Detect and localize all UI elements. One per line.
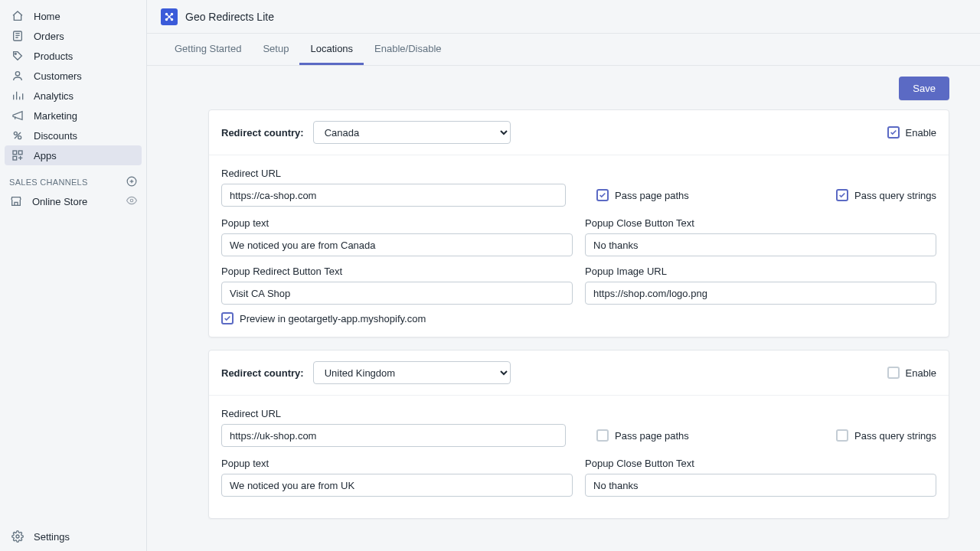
pass-page-paths-checkbox[interactable] bbox=[596, 429, 609, 442]
svg-point-16 bbox=[130, 199, 133, 202]
pass-query-strings-checkbox[interactable] bbox=[836, 189, 848, 201]
svg-rect-12 bbox=[13, 156, 17, 160]
pass-page-paths-checkbox[interactable] bbox=[596, 189, 609, 201]
sidebar-item-products[interactable]: Products bbox=[5, 46, 142, 66]
popup-close-text-label: Popup Close Button Text bbox=[585, 217, 936, 229]
svg-rect-10 bbox=[13, 151, 17, 155]
customers-icon bbox=[11, 69, 24, 83]
enable-label: Enable bbox=[906, 127, 936, 139]
redirect-country-label: Redirect country: bbox=[221, 127, 304, 139]
preview-label: Preview in geotargetly-app.myshopify.com bbox=[240, 313, 426, 324]
app-title: Geo Redirects Lite bbox=[185, 11, 274, 23]
sidebar-item-label: Marketing bbox=[34, 110, 136, 122]
redirect-card: Redirect country: Canada Enable Redirect… bbox=[208, 109, 949, 337]
redirect-url-label: Redirect URL bbox=[221, 408, 566, 419]
popup-image-url-label: Popup Image URL bbox=[585, 266, 936, 277]
pass-page-paths-label: Pass page paths bbox=[615, 190, 689, 201]
sales-channels-label: SALES CHANNELS bbox=[9, 178, 88, 187]
popup-text-label: Popup text bbox=[221, 458, 573, 469]
online-store-channel[interactable]: Online Store bbox=[0, 191, 146, 211]
redirect-country-label: Redirect country: bbox=[221, 367, 304, 379]
add-channel-icon[interactable] bbox=[126, 176, 137, 188]
content-scroll[interactable]: Save Redirect country: Canada Enable Red… bbox=[147, 66, 980, 551]
sidebar-item-label: Orders bbox=[34, 31, 136, 42]
redirect-url-input[interactable] bbox=[221, 184, 566, 207]
sidebar-item-label: Discounts bbox=[34, 130, 136, 142]
popup-close-text-input[interactable] bbox=[585, 233, 936, 256]
enable-checkbox[interactable] bbox=[887, 367, 900, 379]
sidebar-item-analytics[interactable]: Analytics bbox=[5, 86, 142, 106]
svg-line-9 bbox=[15, 132, 21, 139]
sidebar-item-customers[interactable]: Customers bbox=[5, 66, 142, 86]
popup-image-url-input[interactable] bbox=[585, 282, 936, 305]
sidebar-item-discounts[interactable]: Discounts bbox=[5, 126, 142, 145]
sidebar-item-marketing[interactable]: Marketing bbox=[5, 106, 142, 126]
app-icon bbox=[161, 8, 178, 25]
tab-setup[interactable]: Setup bbox=[252, 34, 299, 65]
sales-channels-header: SALES CHANNELS bbox=[0, 165, 146, 191]
sidebar: HomeOrdersProductsCustomersAnalyticsMark… bbox=[0, 0, 147, 551]
products-icon bbox=[11, 49, 24, 63]
svg-point-1 bbox=[15, 53, 16, 54]
eye-icon[interactable] bbox=[126, 195, 137, 208]
sidebar-item-label: Apps bbox=[34, 150, 136, 161]
svg-rect-11 bbox=[18, 151, 22, 155]
svg-point-17 bbox=[16, 535, 19, 538]
sidebar-item-orders[interactable]: Orders bbox=[5, 26, 142, 46]
discounts-icon bbox=[11, 129, 24, 142]
redirect-url-input[interactable] bbox=[221, 424, 566, 447]
popup-text-input[interactable] bbox=[221, 233, 573, 256]
channel-label: Online Store bbox=[32, 196, 126, 207]
apps-icon bbox=[11, 148, 24, 162]
settings-label: Settings bbox=[34, 531, 136, 543]
gear-icon bbox=[11, 530, 24, 543]
sidebar-item-home[interactable]: Home bbox=[5, 6, 142, 26]
enable-checkbox[interactable] bbox=[887, 126, 900, 139]
svg-point-2 bbox=[15, 72, 19, 76]
preview-checkbox[interactable] bbox=[221, 312, 234, 324]
country-select[interactable]: United Kingdom bbox=[313, 361, 511, 384]
sidebar-item-label: Customers bbox=[34, 70, 136, 82]
svg-point-8 bbox=[18, 136, 21, 139]
popup-text-label: Popup text bbox=[221, 217, 573, 229]
pass-query-strings-label: Pass query strings bbox=[854, 190, 936, 201]
analytics-icon bbox=[11, 89, 24, 103]
popup-close-text-input[interactable] bbox=[585, 474, 936, 497]
home-icon bbox=[11, 9, 24, 23]
pass-page-paths-label: Pass page paths bbox=[615, 430, 689, 442]
online-store-icon bbox=[9, 194, 23, 208]
popup-close-text-label: Popup Close Button Text bbox=[585, 458, 936, 469]
pass-query-strings-label: Pass query strings bbox=[854, 430, 936, 442]
redirect-card: Redirect country: United Kingdom Enable … bbox=[208, 350, 949, 519]
tab-locations[interactable]: Locations bbox=[299, 34, 364, 65]
orders-icon bbox=[11, 29, 24, 43]
tabs: Getting StartedSetupLocationsEnable/Disa… bbox=[147, 34, 980, 66]
topbar: Geo Redirects Lite bbox=[147, 0, 980, 34]
popup-redirect-button-input[interactable] bbox=[221, 282, 573, 305]
main-content: Geo Redirects Lite Getting StartedSetupL… bbox=[147, 0, 980, 551]
tab-getting-started[interactable]: Getting Started bbox=[164, 34, 252, 65]
marketing-icon bbox=[11, 109, 24, 122]
sidebar-item-label: Home bbox=[34, 11, 136, 22]
sidebar-item-apps[interactable]: Apps bbox=[5, 145, 142, 165]
redirect-url-label: Redirect URL bbox=[221, 168, 566, 179]
sidebar-item-label: Products bbox=[34, 51, 136, 62]
save-button[interactable]: Save bbox=[899, 77, 949, 100]
country-select[interactable]: Canada bbox=[313, 121, 511, 144]
sidebar-item-settings[interactable]: Settings bbox=[5, 527, 142, 546]
popup-redirect-button-label: Popup Redirect Button Text bbox=[221, 266, 573, 277]
tab-enable-disable[interactable]: Enable/Disable bbox=[364, 34, 452, 65]
enable-label: Enable bbox=[906, 367, 936, 379]
svg-point-7 bbox=[14, 132, 17, 135]
popup-text-input[interactable] bbox=[221, 474, 573, 497]
sidebar-item-label: Analytics bbox=[34, 90, 136, 102]
pass-query-strings-checkbox[interactable] bbox=[836, 429, 848, 442]
